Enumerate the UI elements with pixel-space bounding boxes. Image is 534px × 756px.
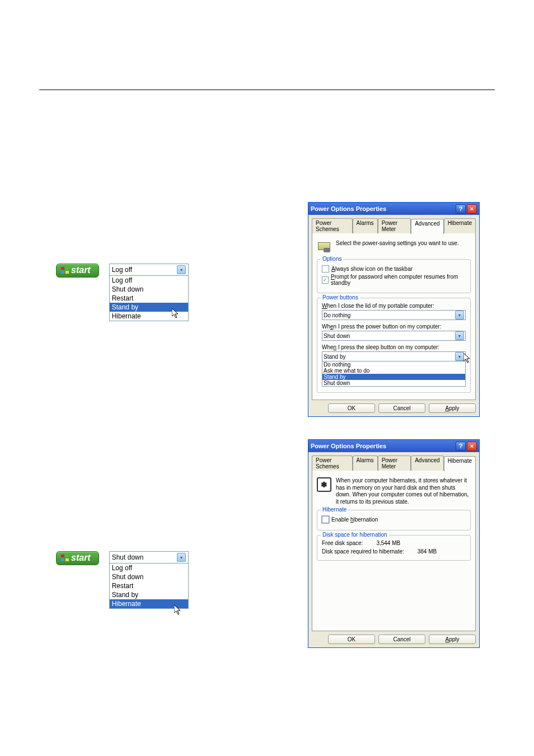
checkbox-enable-hibernation[interactable] [322, 516, 329, 523]
select-option[interactable]: Do nothing [322, 361, 465, 368]
cancel-button[interactable]: Cancel [378, 403, 425, 413]
sleep-button-label: When I press the sleep button on my comp… [322, 344, 466, 350]
help-icon[interactable]: ? [456, 204, 466, 214]
free-disk-label: Free disk space: [322, 540, 363, 546]
windows-flag-icon [61, 555, 69, 561]
free-disk-value: 3,544 MB [376, 540, 400, 546]
chevron-down-icon[interactable]: ▾ [177, 553, 186, 562]
checkbox-taskbar-icon[interactable] [322, 265, 329, 273]
power-button-select[interactable]: Shut down ▾ [322, 331, 466, 341]
dropdown-item[interactable]: Restart [110, 294, 188, 303]
start-label: start [71, 553, 91, 563]
shutdown-dropdown[interactable]: Log off ▾ Log off Shut down Restart Stan… [109, 264, 189, 321]
tab-alarms[interactable]: Alarms [353, 456, 378, 471]
disk-space-legend: Disk space for hibernation [321, 532, 389, 538]
tab-advanced[interactable]: Advanced [411, 456, 443, 471]
options-legend: Options [321, 256, 343, 262]
chevron-down-icon[interactable]: ▾ [455, 331, 464, 340]
dropdown-item[interactable]: Hibernate [110, 599, 188, 608]
battery-plug-icon [317, 240, 331, 255]
select-option[interactable]: Shut down [322, 380, 465, 386]
tab-power-schemes[interactable]: Power Schemes [312, 456, 353, 471]
titlebar: Power Options Properties ? × [308, 440, 479, 452]
close-icon[interactable]: × [467, 442, 477, 451]
lid-label: When I close the lid of my portable comp… [322, 303, 466, 309]
lid-select[interactable]: Do nothing ▾ [322, 310, 466, 320]
sleep-button-select[interactable]: Stand by ▾ [322, 351, 466, 361]
checkbox-label: Prompt for password when computer resume… [331, 274, 466, 286]
dialog-description: When your computer hibernates, it stores… [336, 477, 471, 505]
dialog-title: Power Options Properties [311, 205, 386, 212]
dropdown-item[interactable]: Stand by [110, 590, 188, 599]
required-disk-label: Disk space required to hibernate: [322, 548, 404, 555]
power-button-value: Shut down [324, 333, 350, 339]
tab-power-meter[interactable]: Power Meter [378, 456, 411, 471]
dropdown-selected-value: Log off [112, 266, 132, 274]
apply-button[interactable]: Apply [429, 403, 476, 413]
tab-power-schemes[interactable]: Power Schemes [312, 218, 353, 233]
power-options-dialog-hibernate: Power Options Properties ? × Power Schem… [308, 439, 480, 648]
tab-hibernate[interactable]: Hibernate [444, 456, 476, 471]
tab-advanced[interactable]: Advanced [411, 219, 443, 234]
sleep-button-options: Do nothing Ask me what to do Stand by Sh… [322, 361, 466, 387]
checkbox-label: Enable hibernation [331, 516, 378, 523]
start-button[interactable]: start [56, 264, 99, 278]
header-rule [39, 90, 495, 90]
hibernate-group: Hibernate Enable hibernation [317, 510, 471, 530]
help-icon[interactable]: ? [456, 442, 466, 451]
dropdown-item[interactable]: Log off [110, 276, 188, 285]
dropdown-item[interactable]: Shut down [110, 572, 188, 581]
dropdown-item[interactable]: Log off [110, 564, 188, 572]
start-button[interactable]: start [56, 551, 99, 565]
checkbox-label: Always show icon on the taskbar [331, 266, 413, 272]
dropdown-selected-value: Shut down [112, 553, 144, 561]
power-button-label: When I press the power button on my comp… [322, 323, 466, 330]
tab-strip: Power Schemes Alarms Power Meter Advance… [312, 456, 476, 471]
apply-button[interactable]: Apply [429, 635, 476, 644]
required-disk-value: 384 MB [418, 548, 437, 555]
hibernate-monitor-icon: ❄ [317, 477, 331, 492]
chevron-down-icon[interactable]: ▾ [177, 265, 186, 274]
tab-hibernate[interactable]: Hibernate [444, 218, 476, 233]
close-icon[interactable]: × [467, 204, 477, 214]
options-group: Options Always show icon on the taskbar … [317, 259, 471, 293]
ok-button[interactable]: OK [328, 635, 375, 644]
dropdown-item[interactable]: Hibernate [110, 312, 188, 321]
hibernate-legend: Hibernate [321, 506, 348, 513]
select-option[interactable]: Ask me what to do [322, 368, 465, 374]
chevron-down-icon[interactable]: ▾ [455, 352, 464, 361]
lid-value: Do nothing [324, 312, 350, 318]
start-label: start [71, 265, 91, 275]
chevron-down-icon[interactable]: ▾ [455, 311, 464, 320]
tab-alarms[interactable]: Alarms [353, 218, 378, 233]
power-options-dialog-advanced: Power Options Properties ? × Power Schem… [308, 202, 480, 417]
power-buttons-legend: Power buttons [321, 294, 360, 300]
select-option[interactable]: Stand by [322, 374, 465, 380]
dropdown-item[interactable]: Stand by [110, 303, 188, 312]
tab-power-meter[interactable]: Power Meter [378, 218, 411, 233]
dialog-description: Select the power-saving settings you wan… [336, 240, 459, 246]
power-buttons-group: Power buttons When I close the lid of my… [317, 298, 471, 393]
dropdown-item[interactable]: Restart [110, 581, 188, 590]
windows-flag-icon [61, 267, 69, 274]
tab-strip: Power Schemes Alarms Power Meter Advance… [312, 218, 476, 233]
titlebar: Power Options Properties ? × [308, 203, 479, 215]
dropdown-item[interactable]: Shut down [110, 285, 188, 294]
ok-button[interactable]: OK [328, 403, 375, 413]
sleep-button-value: Stand by [324, 354, 345, 360]
checkbox-password[interactable]: ✓ [322, 276, 329, 284]
disk-space-group: Disk space for hibernation Free disk spa… [317, 535, 471, 561]
shutdown-dropdown[interactable]: Shut down ▾ Log off Shut down Restart St… [109, 551, 189, 609]
cancel-button[interactable]: Cancel [378, 635, 425, 644]
dialog-title: Power Options Properties [311, 443, 386, 449]
